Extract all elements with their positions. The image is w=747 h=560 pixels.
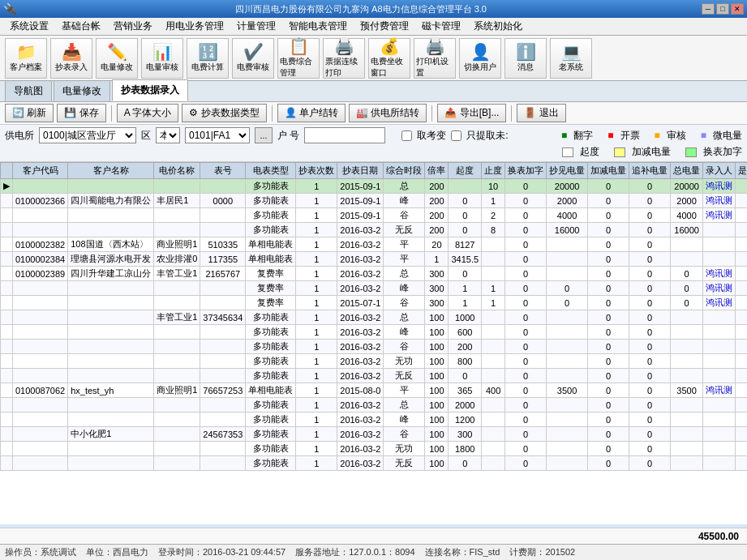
table-cell[interactable]: 否 — [736, 296, 747, 310]
table-cell[interactable] — [703, 398, 736, 413]
table-cell[interactable]: 1 — [296, 369, 337, 383]
table-cell[interactable]: 0 — [588, 194, 629, 208]
table-cell[interactable]: 8127 — [449, 237, 482, 252]
refresh-btn[interactable]: 🔄 刷新 — [5, 104, 54, 122]
toolbar-power-modify[interactable]: ✏️ 电量修改 — [96, 38, 138, 79]
table-cell[interactable]: 800 — [449, 354, 482, 369]
table-cell[interactable] — [671, 427, 703, 442]
table-cell[interactable]: 200 — [425, 208, 449, 223]
table-cell[interactable]: 0 — [547, 296, 588, 310]
table-cell[interactable]: 0 — [588, 325, 629, 340]
table-cell[interactable]: 0 — [588, 237, 629, 252]
table-cell[interactable]: 0 — [505, 237, 547, 252]
table-cell[interactable] — [482, 442, 505, 456]
table-cell[interactable]: 多功能表 — [246, 325, 296, 340]
toolbar-power-audit[interactable]: 📊 电量审核 — [141, 38, 183, 79]
table-cell[interactable]: 1 — [296, 281, 337, 296]
table-cell[interactable] — [703, 413, 736, 427]
table-row[interactable]: 0100002384理塘县河源水电开发农业排灌0117355单相电能表12016… — [1, 252, 748, 267]
toolbar-meter-entry[interactable]: 📥 抄表录入 — [50, 38, 92, 79]
table-cell[interactable]: 20000 — [671, 179, 703, 194]
table-cell[interactable] — [703, 310, 736, 325]
menu-elec[interactable]: 用电业务管理 — [159, 18, 230, 35]
table-cell[interactable]: 多功能表 — [246, 369, 296, 383]
table-cell[interactable]: 峰 — [384, 194, 425, 208]
table-cell[interactable]: 3500 — [671, 383, 703, 398]
table-cell[interactable]: 1 — [425, 252, 449, 267]
table-cell[interactable]: 100 — [425, 427, 449, 442]
table-cell[interactable]: 0 — [547, 281, 588, 296]
table-cell[interactable] — [154, 442, 200, 456]
table-cell[interactable]: 鸿讯测 — [703, 267, 736, 281]
table-cell[interactable]: 1 — [296, 427, 337, 442]
table-cell[interactable]: 2016-03-2 — [337, 427, 384, 442]
table-cell[interactable] — [703, 354, 736, 369]
toolbar-printer-settings[interactable]: 🖨️ 打印机设置 — [414, 38, 456, 79]
table-cell[interactable] — [200, 208, 246, 223]
table-cell[interactable] — [671, 325, 703, 340]
table-cell[interactable]: 2000 — [547, 194, 588, 208]
table-cell[interactable]: 1 — [296, 340, 337, 354]
table-cell[interactable]: 多功能表 — [246, 427, 296, 442]
table-cell[interactable]: 多功能表 — [246, 442, 296, 456]
table-cell[interactable] — [200, 325, 246, 340]
table-cell[interactable]: 2016-03-2 — [337, 354, 384, 369]
table-row[interactable]: ▶多功能表12015-09-1总200100200000020000鸿讯测是 — [1, 179, 748, 194]
table-cell[interactable]: 1 — [296, 267, 337, 281]
toolbar-customer[interactable]: 📁 客户档案 — [5, 38, 47, 79]
menu-sales[interactable]: 营销业务 — [107, 18, 159, 35]
table-cell[interactable] — [154, 456, 200, 471]
table-cell[interactable]: 200 — [425, 194, 449, 208]
table-cell[interactable] — [154, 413, 200, 427]
table-cell[interactable]: 1 — [296, 252, 337, 267]
table-cell[interactable]: 0 — [505, 383, 547, 398]
table-row[interactable]: 复费率12015-07-1谷3001100000鸿讯测否 — [1, 296, 748, 310]
table-cell[interactable]: 1 — [296, 310, 337, 325]
table-cell[interactable]: 0 — [629, 427, 671, 442]
table-cell[interactable]: 1 — [449, 281, 482, 296]
table-cell[interactable]: 复费率 — [246, 281, 296, 296]
table-cell[interactable]: 0 — [505, 398, 547, 413]
table-cell[interactable]: 2016-03-2 — [337, 325, 384, 340]
menu-card[interactable]: 磁卡管理 — [415, 18, 467, 35]
table-cell[interactable] — [671, 398, 703, 413]
maximize-btn[interactable]: □ — [716, 3, 729, 15]
table-cell[interactable]: 0 — [505, 310, 547, 325]
table-cell[interactable]: 1 — [296, 413, 337, 427]
table-cell[interactable]: 0 — [505, 252, 547, 267]
table-cell[interactable]: 0 — [505, 194, 547, 208]
table-cell[interactable]: 0 — [588, 281, 629, 296]
table-cell[interactable]: 20 — [425, 237, 449, 252]
table-cell[interactable]: 100 — [425, 310, 449, 325]
table-cell[interactable]: 100 — [425, 340, 449, 354]
table-cell[interactable] — [703, 456, 736, 471]
table-cell[interactable]: 1 — [296, 354, 337, 369]
table-cell[interactable]: 0 — [629, 208, 671, 223]
table-cell[interactable]: 1 — [449, 296, 482, 310]
table-cell[interactable] — [154, 427, 200, 442]
table-cell[interactable] — [547, 354, 588, 369]
font-size-btn[interactable]: A 字体大小 — [117, 104, 179, 122]
table-cell[interactable]: 100 — [425, 413, 449, 427]
table-cell[interactable]: 0 — [588, 383, 629, 398]
table-cell[interactable]: 复费率 — [246, 267, 296, 281]
table-cell[interactable]: 0 — [449, 208, 482, 223]
table-cell[interactable]: 0 — [588, 310, 629, 325]
table-cell[interactable] — [154, 208, 200, 223]
table-cell[interactable]: 多功能表 — [246, 413, 296, 427]
table-cell[interactable]: 是 — [736, 413, 747, 427]
table-cell[interactable]: 0 — [449, 456, 482, 471]
table-cell[interactable]: 2016-03-2 — [337, 237, 384, 252]
table-cell[interactable]: 是 — [736, 208, 747, 223]
table-cell[interactable] — [482, 413, 505, 427]
toolbar-window[interactable]: 💰 电费坐收窗口 — [368, 38, 410, 79]
table-cell[interactable]: 0 — [629, 267, 671, 281]
table-cell[interactable]: 多功能表 — [246, 194, 296, 208]
table-cell[interactable]: 商业照明1 — [154, 237, 200, 252]
table-cell[interactable]: 1800 — [449, 442, 482, 456]
menu-init[interactable]: 系统初始化 — [467, 18, 529, 35]
table-cell[interactable]: 3415.5 — [449, 252, 482, 267]
table-cell[interactable]: 1 — [296, 383, 337, 398]
table-cell[interactable]: 是 — [736, 383, 747, 398]
table-cell[interactable]: 4000 — [547, 208, 588, 223]
